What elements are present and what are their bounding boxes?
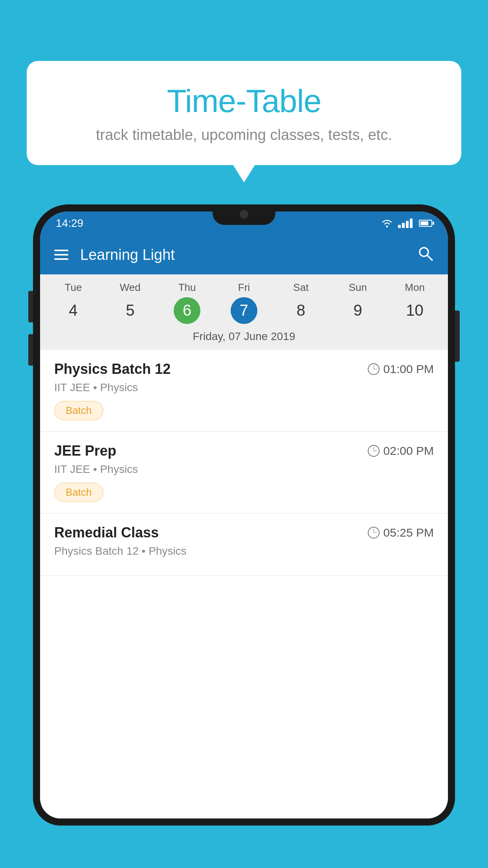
day-header-thu: Thu (159, 281, 216, 294)
side-button-volume-up (28, 291, 33, 322)
camera-dot (240, 210, 248, 219)
day-header-sat: Sat (272, 281, 329, 294)
schedule-item-time-3: 05:25 PM (368, 526, 434, 539)
battery-icon (419, 220, 432, 227)
schedule-item-title-3: Remedial Class (54, 524, 159, 541)
day-header-fri: Fri (216, 281, 273, 294)
schedule-item-time-1: 01:00 PM (368, 362, 434, 376)
day-header-sun: Sun (329, 281, 386, 294)
calendar-strip: Tue Wed Thu Fri Sat Sun Mon 4 5 6 (40, 274, 448, 350)
side-button-volume-down (28, 334, 33, 366)
time-text-2: 02:00 PM (383, 444, 434, 458)
day-7-selected[interactable]: 7 (216, 298, 273, 322)
day-4[interactable]: 4 (45, 298, 102, 322)
schedule-item-1[interactable]: Physics Batch 12 01:00 PM IIT JEE • Phys… (40, 350, 448, 432)
day-headers: Tue Wed Thu Fri Sat Sun Mon (40, 274, 448, 296)
schedule-item-title-1: Physics Batch 12 (54, 361, 171, 377)
day-numbers: 4 5 6 7 8 9 10 (40, 296, 448, 326)
wifi-icon (381, 219, 393, 228)
time-text-1: 01:00 PM (383, 362, 434, 376)
status-icons (381, 219, 432, 228)
day-9[interactable]: 9 (329, 298, 386, 322)
batch-tag-1: Batch (54, 401, 103, 420)
app-title: Learning Light (80, 246, 416, 263)
selected-date-label: Friday, 07 June 2019 (40, 326, 448, 350)
phone-screen: 14:29 (40, 211, 448, 818)
day-header-wed: Wed (102, 281, 159, 294)
clock-icon-2 (368, 445, 380, 457)
clock-icon-1 (368, 363, 380, 375)
schedule-list: Physics Batch 12 01:00 PM IIT JEE • Phys… (40, 350, 448, 818)
day-10[interactable]: 10 (386, 298, 443, 322)
side-button-power (455, 311, 460, 362)
schedule-item-header-3: Remedial Class 05:25 PM (54, 524, 434, 541)
schedule-item-2[interactable]: JEE Prep 02:00 PM IIT JEE • Physics Batc… (40, 432, 448, 513)
hamburger-menu-icon[interactable] (54, 250, 68, 260)
schedule-item-header-2: JEE Prep 02:00 PM (54, 443, 434, 459)
schedule-item-subtitle-3: Physics Batch 12 • Physics (54, 545, 434, 557)
day-header-tue: Tue (45, 281, 102, 294)
phone-body: 14:29 (33, 204, 455, 826)
speech-bubble: Time-Table track timetable, upcoming cla… (27, 61, 461, 165)
phone-mockup: 14:29 (33, 204, 455, 868)
speech-bubble-container: Time-Table track timetable, upcoming cla… (27, 61, 461, 165)
schedule-item-title-2: JEE Prep (54, 443, 116, 459)
signal-icon (398, 219, 413, 228)
svg-line-2 (427, 255, 432, 260)
batch-tag-2: Batch (54, 483, 103, 502)
day-6-today[interactable]: 6 (159, 298, 216, 322)
day-header-mon: Mon (386, 281, 443, 294)
search-icon[interactable] (416, 245, 434, 265)
day-8[interactable]: 8 (272, 298, 329, 322)
svg-point-0 (386, 226, 388, 228)
app-bar: Learning Light (40, 235, 448, 274)
schedule-item-subtitle-2: IIT JEE • Physics (54, 463, 434, 476)
status-time: 14:29 (56, 217, 83, 230)
schedule-item-3[interactable]: Remedial Class 05:25 PM Physics Batch 12… (40, 513, 448, 576)
bubble-title: Time-Table (50, 83, 438, 120)
schedule-item-header-1: Physics Batch 12 01:00 PM (54, 361, 434, 377)
clock-icon-3 (368, 527, 380, 539)
bubble-subtitle: track timetable, upcoming classes, tests… (50, 127, 438, 143)
schedule-item-subtitle-1: IIT JEE • Physics (54, 381, 434, 394)
day-5[interactable]: 5 (102, 298, 159, 322)
schedule-item-time-2: 02:00 PM (368, 444, 434, 458)
time-text-3: 05:25 PM (383, 526, 434, 539)
